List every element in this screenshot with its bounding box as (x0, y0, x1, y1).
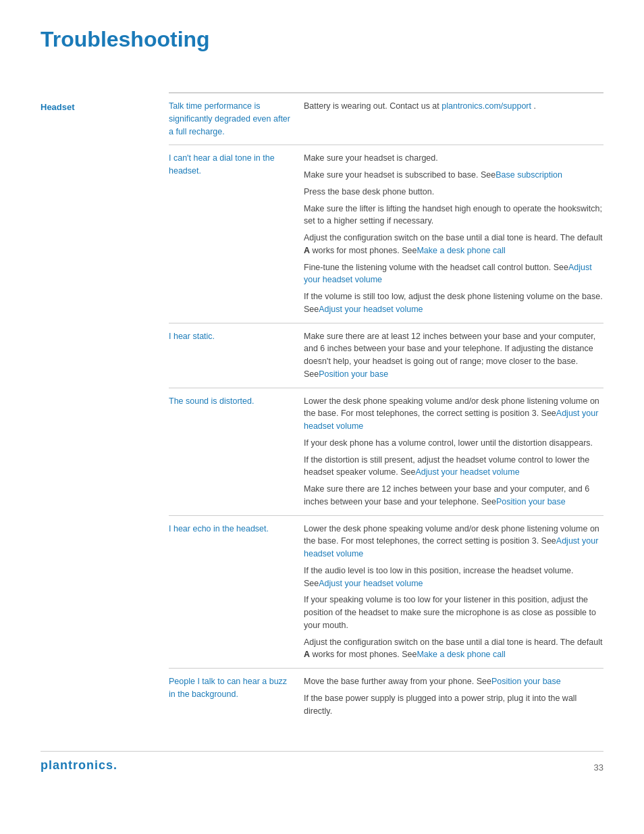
solution-paragraph: Make sure there are at least 12 inches b… (304, 330, 603, 381)
solution-paragraph: Lower the desk phone speaking volume and… (304, 395, 603, 433)
solution-paragraph: Fine-tune the listening volume with the … (304, 261, 603, 287)
solution-paragraph: If the audio level is too low in this po… (304, 565, 603, 590)
solution-link[interactable]: plantronics.com/support (441, 101, 531, 111)
page-footer: plantronics. 33 (41, 751, 603, 773)
brand-logo: plantronics. (41, 758, 117, 773)
problem-row: I hear static.Make sure there are at lea… (169, 323, 603, 388)
solution-link[interactable]: Make a desk phone call (417, 246, 505, 255)
section-label-col: Headset (41, 93, 169, 724)
solution-col: Lower the desk phone speaking volume and… (304, 395, 603, 509)
solution-paragraph: Make sure the lifter is lifting the hand… (304, 203, 603, 228)
solution-paragraph: If your desk phone has a volume control,… (304, 437, 603, 450)
solution-paragraph: Lower the desk phone speaking volume and… (304, 523, 603, 561)
section-header: Headset (41, 102, 75, 112)
solution-link[interactable]: Position your base (496, 497, 566, 506)
problem-label: I can't hear a dial tone in the headset. (169, 152, 304, 315)
solution-paragraph: If your speaking volume is too low for y… (304, 594, 603, 631)
problem-label: People I talk to can hear a buzz in the … (169, 675, 304, 717)
solution-paragraph: Make sure your headset is charged. (304, 152, 603, 165)
solution-col: Make sure your headset is charged.Make s… (304, 152, 603, 315)
page-title: Troubleshooting (41, 27, 603, 52)
solution-paragraph: If the base power supply is plugged into… (304, 692, 603, 718)
problem-label: The sound is distorted. (169, 395, 304, 509)
solution-link[interactable]: Adjust your headset volume (304, 536, 598, 558)
solution-link[interactable]: Position your base (491, 677, 561, 686)
solution-col: Battery is wearing out. Contact us at pl… (304, 100, 603, 138)
solution-paragraph: Make sure your headset is subscribed to … (304, 169, 603, 182)
headset-section: Headset Talk time performance is signifi… (41, 93, 603, 724)
solution-link[interactable]: Adjust your headset volume (319, 305, 423, 314)
solution-col: Lower the desk phone speaking volume and… (304, 523, 603, 662)
solution-link[interactable]: Adjust your headset volume (304, 409, 598, 431)
solution-link[interactable]: Base subscription (495, 170, 562, 180)
problem-label: I hear static. (169, 330, 304, 381)
problem-row: I hear echo in the headset.Lower the des… (169, 515, 603, 669)
solution-col: Move the base further away from your pho… (304, 675, 603, 717)
solution-paragraph: Battery is wearing out. Contact us at pl… (304, 100, 603, 113)
solution-col: Make sure there are at least 12 inches b… (304, 330, 603, 381)
problem-label: I hear echo in the headset. (169, 523, 304, 662)
solution-paragraph: If the distortion is still present, adju… (304, 454, 603, 479)
problems-list: Talk time performance is significantly d… (169, 93, 603, 724)
solution-paragraph: Adjust the configuration switch on the b… (304, 636, 603, 662)
page-number: 33 (594, 762, 603, 773)
problem-row: The sound is distorted.Lower the desk ph… (169, 388, 603, 515)
solution-paragraph: If the volume is still too low, adjust t… (304, 290, 603, 316)
solution-link[interactable]: Adjust your headset volume (304, 263, 592, 285)
solution-paragraph: Make sure there are 12 inches between yo… (304, 483, 603, 509)
problem-row: Talk time performance is significantly d… (169, 93, 603, 145)
solution-link[interactable]: Adjust your headset volume (319, 579, 423, 588)
solution-link[interactable]: Position your base (319, 369, 388, 379)
problem-label: Talk time performance is significantly d… (169, 100, 304, 138)
problem-row: People I talk to can hear a buzz in the … (169, 668, 603, 724)
solution-paragraph: Press the base desk phone button. (304, 186, 603, 199)
solution-paragraph: Move the base further away from your pho… (304, 675, 603, 688)
solution-link[interactable]: Make a desk phone call (417, 650, 505, 659)
solution-paragraph: Adjust the configuration switch on the b… (304, 232, 603, 257)
problem-row: I can't hear a dial tone in the headset.… (169, 145, 603, 322)
solution-link[interactable]: Adjust your headset volume (415, 467, 519, 477)
